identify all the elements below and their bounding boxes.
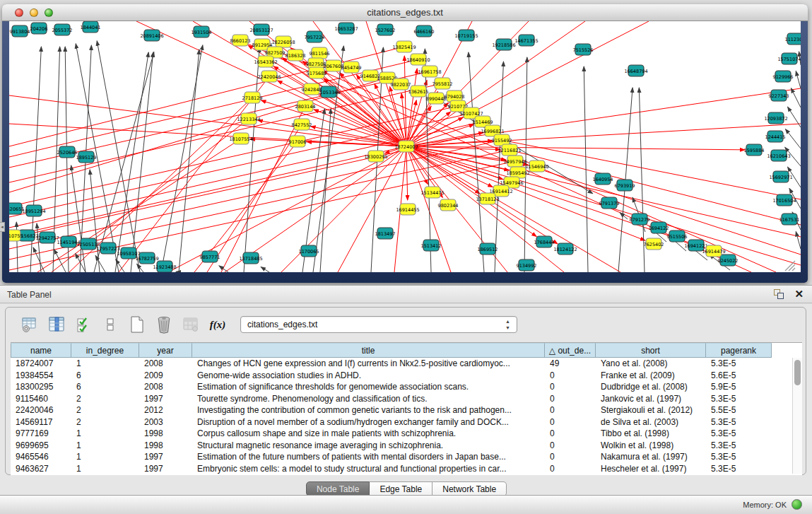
column-header-name[interactable]: name	[11, 343, 71, 358]
column-header-in_degree[interactable]: in_degree	[71, 343, 139, 358]
new-file-icon[interactable]	[127, 315, 147, 334]
graph-node[interactable]: 1844041	[81, 21, 101, 33]
graph-node[interactable]: 8427552	[292, 119, 312, 130]
graph-node[interactable]: 2718129	[242, 92, 263, 103]
graph-node[interactable]: 9134992	[517, 259, 537, 271]
graph-node[interactable]: 1513412	[421, 240, 442, 251]
tab-network-table[interactable]: Network Table	[433, 481, 507, 496]
graph-node[interactable]: 11923488	[153, 261, 176, 272]
left-panel-collapse-handle[interactable]: ◂	[0, 222, 5, 232]
table-row[interactable]: 977716911998Corpus callosum shape and si…	[11, 428, 802, 440]
graph-node[interactable]: 9811546	[310, 47, 330, 59]
graph-node[interactable]: 18226058	[271, 36, 295, 47]
window-titlebar[interactable]: citations_edges.txt	[2, 4, 808, 21]
graph-node[interactable]: 1869512	[478, 243, 498, 255]
graph-node[interactable]: 10719155	[454, 30, 478, 41]
graph-node[interactable]: 19218586	[492, 39, 515, 50]
function-builder-icon[interactable]: f(x)	[208, 315, 228, 334]
graph-node[interactable]: 9515506	[667, 230, 688, 242]
table-settings-icon[interactable]	[20, 315, 40, 334]
table-vertical-scrollbar[interactable]	[792, 358, 802, 474]
graph-node[interactable]: 18107554	[229, 133, 252, 144]
graph-node[interactable]: 12942757	[35, 232, 59, 243]
graph-node[interactable]: 6791379	[599, 197, 620, 209]
graph-node[interactable]: 7957224	[305, 31, 325, 42]
graph-node[interactable]: 9129966	[773, 71, 794, 82]
graph-node[interactable]: 2055372	[52, 24, 73, 35]
graph-node[interactable]: 1768444	[534, 236, 555, 247]
graph-node[interactable]: 12093872	[764, 112, 787, 124]
column-header-short[interactable]: short	[596, 343, 706, 358]
graph-node[interactable]: 17016504	[772, 194, 796, 206]
graph-node[interactable]: 8990448	[426, 93, 447, 104]
graph-node[interactable]: 14957946	[503, 156, 526, 167]
graph-node[interactable]: 8186328	[286, 49, 306, 61]
graph-node[interactable]: 9227343	[769, 90, 789, 101]
graph-node[interactable]: 16914455	[396, 204, 419, 215]
graph-node[interactable]: 1170065	[299, 245, 319, 257]
graph-node[interactable]: 1694122	[649, 222, 669, 233]
graph-node[interactable]: 7625402	[644, 238, 664, 250]
graph-node[interactable]: 18640910	[406, 54, 430, 65]
graph-node[interactable]: 13718485	[239, 252, 262, 264]
graph-node[interactable]: 1931504	[192, 26, 212, 37]
table-row[interactable]: 1456911722003Disruption of a novel membe…	[11, 416, 802, 428]
insert-column-icon[interactable]	[47, 315, 66, 334]
graph-node[interactable]: 14671355	[514, 35, 538, 46]
graph-node[interactable]: 18300295	[364, 151, 387, 162]
column-header-year[interactable]: year	[139, 343, 192, 358]
table-body[interactable]: 1872400712008Changes of HCN gene express…	[11, 358, 802, 474]
row-height-icon[interactable]	[100, 315, 120, 334]
graph-node[interactable]: 15751074	[777, 53, 801, 64]
graph-node[interactable]: 1640954	[593, 173, 613, 185]
column-header-pagerank[interactable]: pagerank	[706, 343, 772, 358]
delete-icon[interactable]	[154, 315, 174, 334]
column-header-title[interactable]: title	[192, 343, 545, 358]
graph-node[interactable]: 10653287	[334, 23, 358, 34]
table-row[interactable]: 2242004622012Investigating the contribut…	[11, 404, 802, 416]
tab-edge-table[interactable]: Edge Table	[370, 481, 433, 496]
graph-node[interactable]: 917006	[289, 136, 307, 147]
select-rows-icon[interactable]	[73, 315, 93, 334]
table-row[interactable]: 946362711997Embryonic stem cells: a mode…	[11, 463, 802, 475]
graph-node[interactable]: 6793919	[615, 180, 635, 191]
graph-node[interactable]: 9913804	[10, 25, 30, 37]
table-header-row[interactable]: namein_degreeyeartitle△ out_de...shortpa…	[11, 343, 802, 358]
graph-node[interactable]: 1244415	[765, 131, 786, 142]
column-header-out_de[interactable]: △ out_de...	[545, 343, 596, 358]
memory-status-icon[interactable]	[792, 499, 802, 510]
graph-node[interactable]: 1167531	[779, 214, 800, 225]
graph-node[interactable]: 204206	[30, 23, 48, 34]
graph-node[interactable]: 20853127	[249, 24, 273, 35]
network-view-window[interactable]: citations_edges.txt 99138042042062055372…	[2, 4, 808, 283]
float-panel-icon[interactable]	[773, 288, 784, 300]
graph-node[interactable]: 18951294	[22, 205, 45, 216]
table-row[interactable]: 969969511998Structural magnetic resonanc…	[11, 440, 802, 452]
table-row[interactable]: 1938455462009Genome-wide association stu…	[11, 370, 802, 382]
close-panel-icon[interactable]: ✕	[794, 288, 804, 300]
graph-node[interactable]: 16210643	[767, 150, 790, 161]
graph-node[interactable]: 9242848	[302, 83, 322, 95]
table-row[interactable]: 1830029562008Estimation of significance …	[11, 381, 802, 393]
graph-node[interactable]: 1112304	[785, 33, 801, 45]
node-table[interactable]: namein_degreeyeartitle△ out_de...shortpa…	[11, 342, 802, 475]
graph-node[interactable]: 16961758	[418, 66, 441, 77]
graph-node[interactable]: 7515526	[573, 44, 594, 55]
graph-node[interactable]: 20891406	[140, 30, 163, 41]
table-row[interactable]: 946554611997Estimation of the future num…	[11, 451, 802, 463]
graph-node[interactable]: 8791279	[630, 214, 650, 225]
graph-node[interactable]: 8660123	[230, 35, 251, 46]
graph-node[interactable]: 1595884	[744, 144, 765, 156]
table-selector-dropdown[interactable]: citations_edges.txt ▲▼	[240, 316, 517, 333]
graph-node[interactable]: 13825419	[392, 41, 416, 52]
graph-node[interactable]: 16648794	[624, 65, 647, 76]
graph-node[interactable]: 8454749	[341, 62, 362, 73]
network-canvas[interactable]: 9913804204206205537218440412089140619315…	[9, 21, 801, 272]
graph-node[interactable]: 1895129	[76, 151, 97, 163]
graph-node[interactable]: 1813497	[375, 228, 396, 239]
table-row[interactable]: 1872400712008Changes of HCN gene express…	[11, 358, 802, 370]
network-graph-svg[interactable]: 9913804204206205537218440412089140619315…	[9, 21, 801, 272]
graph-node[interactable]: 2520646	[57, 146, 78, 158]
graph-node[interactable]: 1527602	[375, 24, 396, 35]
tab-node-table[interactable]: Node Table	[306, 481, 370, 496]
